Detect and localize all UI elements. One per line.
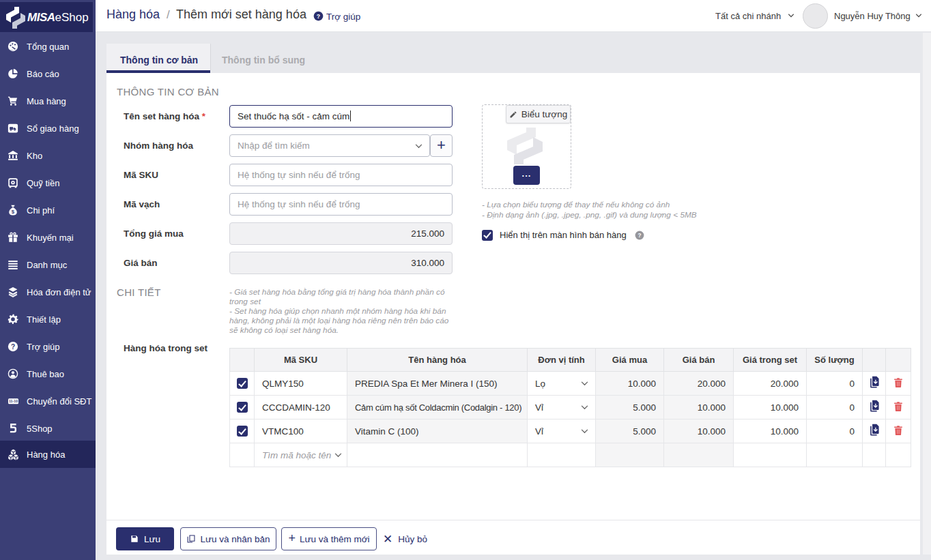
svg-text:$: $ bbox=[12, 209, 15, 215]
svg-text:?: ? bbox=[317, 13, 320, 20]
svg-text:?: ? bbox=[638, 233, 641, 239]
svg-text:11-10: 11-10 bbox=[9, 399, 18, 403]
svg-text:?: ? bbox=[11, 343, 15, 351]
